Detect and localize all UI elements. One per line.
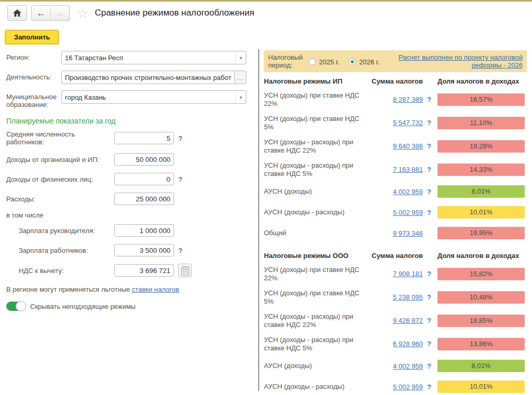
tax-sum-link[interactable]: 9 640 386: [365, 142, 423, 150]
region-value: 16 Татарстан Респ: [62, 54, 235, 62]
table-row: УСН (доходы) при ставке НДС 5% 5 547 732…: [264, 111, 527, 134]
tax-sum-link[interactable]: 5 547 732: [365, 119, 423, 127]
director-salary-label: Зарплата руководителя:: [6, 227, 114, 235]
share-badge: 10,48%: [437, 291, 525, 304]
radio-icon[interactable]: [349, 58, 356, 65]
chevron-down-icon[interactable]: ▾: [235, 51, 246, 64]
expenses-row: Расходы:: [6, 193, 252, 205]
share-badge: 18,85%: [437, 315, 525, 327]
chevron-down-icon[interactable]: ▾: [235, 91, 246, 103]
ooo-regimes-table: Налоговые режимы ООО Сумма налогов Доля …: [264, 252, 527, 395]
tax-sum-link[interactable]: 6 928 960: [365, 340, 423, 348]
individual-income-row: Доходы от физических лиц: ?: [6, 173, 252, 185]
tax-sum-link[interactable]: 5 238 095: [365, 293, 423, 301]
activity-field[interactable]: Производство прочих строительно-монтажны…: [61, 71, 246, 84]
help-icon[interactable]: ?: [178, 175, 184, 183]
help-icon[interactable]: ?: [425, 362, 433, 370]
vat-deduction-input[interactable]: [114, 264, 174, 277]
col-tax-sum: Сумма налогов: [365, 77, 423, 86]
table-row: УСН (доходы) при ставке НДС 5% 5 238 095…: [264, 285, 527, 309]
help-icon[interactable]: ?: [425, 209, 433, 216]
ip-table-header: Налоговые режимы ИП Сумма налогов Доля н…: [264, 77, 527, 86]
ellipsis-picker-icon[interactable]: ...: [234, 71, 246, 84]
radio-icon[interactable]: [309, 58, 316, 65]
tax-sum-link[interactable]: 7 908 181: [365, 270, 423, 278]
regime-name: УСН (доходы - расходы) при ставке НДС 5%: [264, 161, 362, 178]
help-icon[interactable]: ?: [425, 166, 433, 173]
hide-regimes-row: Скрывать неподходящие режимы: [6, 302, 252, 311]
help-icon[interactable]: ?: [425, 293, 433, 301]
individual-income-input[interactable]: [114, 173, 174, 185]
table-row: УСН (доходы - расходы) при ставке НДС 22…: [264, 309, 527, 332]
share-badge: 19,95%: [437, 227, 525, 239]
table-row: УСН (доходы) при ставке НДС 22% 8 287 38…: [264, 88, 527, 111]
share-badge: 15,82%: [437, 268, 525, 280]
help-icon[interactable]: ?: [425, 270, 433, 278]
help-icon[interactable]: ?: [425, 119, 433, 127]
help-icon[interactable]: ?: [425, 317, 433, 324]
share-badge: 8,01%: [437, 360, 525, 372]
page-title: Сравнение режимов налогообложения: [95, 8, 254, 18]
calculator-button[interactable]: [178, 264, 192, 277]
org-income-input[interactable]: [114, 153, 174, 166]
activity-row: Деятельность: Производство прочих строит…: [6, 71, 252, 84]
hide-regimes-toggle[interactable]: [6, 302, 25, 311]
toggle-knob: [16, 301, 26, 311]
col-share: Доля налогов в доходах: [437, 77, 525, 86]
back-button[interactable]: ←: [31, 5, 50, 21]
share-badge: 8,01%: [437, 185, 525, 198]
municipality-select[interactable]: город Казань ▾: [61, 90, 246, 104]
fill-button[interactable]: Заполнить: [5, 30, 59, 44]
headcount-row: Средняя численность работников: ?: [6, 130, 252, 146]
table-row: АУСН (доходы - расходы) 5 002 959 ? 10,0…: [264, 202, 527, 223]
help-icon[interactable]: ?: [425, 340, 433, 348]
help-icon[interactable]: ?: [425, 96, 433, 103]
region-select[interactable]: 16 Татарстан Респ ▾: [61, 51, 246, 64]
favorite-star-icon[interactable]: ☆: [77, 7, 88, 20]
regime-name: АУСН (доходы - расходы): [264, 208, 362, 216]
regime-name: УСН (доходы) при ставке НДС 22%: [264, 91, 362, 108]
share-badge: 13,86%: [437, 338, 525, 350]
tax-sum-link[interactable]: 4 002 959: [365, 188, 423, 196]
tax-sum-link[interactable]: 9 973 346: [365, 229, 423, 237]
regime-name: АУСН (доходы - расходы): [264, 383, 362, 391]
share-badge: 19,28%: [437, 140, 525, 153]
director-salary-input[interactable]: [114, 224, 174, 237]
calculator-icon: [181, 266, 189, 275]
home-button[interactable]: [7, 5, 27, 21]
headcount-input[interactable]: [114, 132, 174, 144]
expenses-input[interactable]: [114, 193, 174, 205]
org-income-row: Доходы от организаций и ИП:: [6, 153, 252, 166]
benefit-rates-link[interactable]: ставки налогов: [132, 285, 179, 293]
municipality-row: Муниципальное образование: город Казань …: [6, 90, 252, 108]
regime-name: УСН (доходы) при ставке НДС 22%: [264, 266, 362, 282]
ooo-table-header: Налоговые режимы ООО Сумма налогов Доля …: [264, 252, 527, 260]
tax-sum-link[interactable]: 4 002 959: [365, 362, 423, 370]
including-label: в том числе: [6, 211, 252, 219]
region-label: Регион:: [6, 51, 61, 64]
help-icon[interactable]: ?: [178, 247, 184, 254]
tax-sum-link[interactable]: 5 002 959: [365, 383, 423, 391]
help-icon[interactable]: ?: [425, 188, 433, 196]
staff-salary-input[interactable]: [114, 244, 174, 256]
radio-2025[interactable]: 2025 г.: [309, 55, 339, 69]
col-spacer: [425, 77, 433, 86]
benefit-rates-text: В регионе могут применяться льготные: [6, 285, 132, 293]
col-regimes-ooo: Налоговые режимы ООО: [264, 252, 362, 260]
help-icon[interactable]: ?: [425, 383, 433, 391]
tax-period-banner: Налоговый период: 2025 г. 2026 г. Расчет…: [264, 50, 527, 72]
radio-2026[interactable]: 2026 г.: [349, 55, 379, 69]
header: ← → ☆ Сравнение режимов налогообложения: [7, 5, 254, 21]
tax-sum-link[interactable]: 5 002 959: [365, 209, 423, 216]
forward-button[interactable]: →: [50, 5, 70, 21]
regime-name: АУСН (доходы): [264, 362, 362, 370]
help-icon[interactable]: ?: [178, 134, 184, 142]
help-icon[interactable]: ?: [425, 142, 433, 150]
director-salary-row: Зарплата руководителя:: [6, 224, 252, 237]
region-row: Регион: 16 Татарстан Респ ▾: [6, 51, 252, 64]
tax-sum-link[interactable]: 8 287 389: [365, 96, 423, 103]
reform-project-link[interactable]: Расчет выполнен по проекту налоговой реф…: [392, 53, 523, 69]
tax-sum-link[interactable]: 7 163 881: [365, 166, 423, 173]
top-accent-line: [0, 0, 532, 2]
tax-sum-link[interactable]: 9 426 872: [365, 317, 423, 324]
